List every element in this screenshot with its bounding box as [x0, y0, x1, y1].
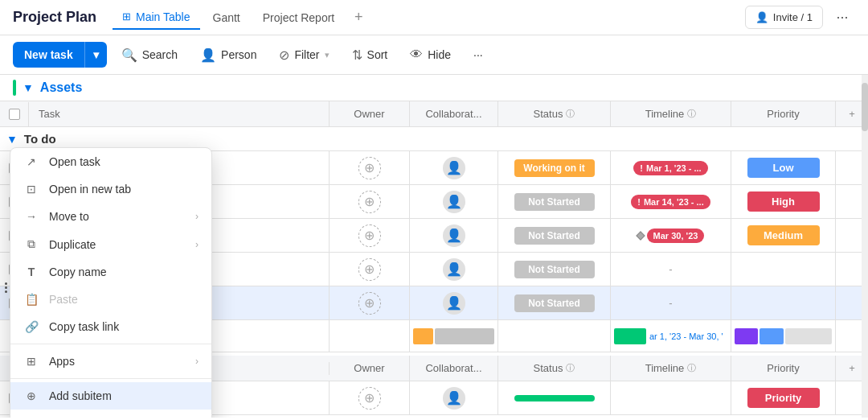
- tab-main-table[interactable]: ⊞ Main Table: [113, 6, 199, 30]
- hide-icon: 👁: [410, 47, 423, 62]
- menu-item-copy-link[interactable]: 🔗 Copy task link: [10, 313, 211, 340]
- move-to-arrow-icon: ›: [195, 211, 199, 222]
- menu-item-open-task[interactable]: ↗ Open task: [10, 148, 211, 175]
- open-tab-icon: ⊡: [23, 183, 39, 196]
- row-owner-b1[interactable]: ⊕: [330, 381, 410, 414]
- menu-item-move-to[interactable]: → Move to ›: [10, 203, 211, 230]
- add-owner-1[interactable]: ⊕: [358, 157, 381, 179]
- person-icon: 👤: [755, 11, 768, 23]
- menu-item-convert-subitem[interactable]: ↺ Convert to subitem ›: [10, 410, 211, 418]
- group-header-assets: ▼ Assets: [0, 75, 868, 101]
- row-priority-2[interactable]: High: [731, 185, 836, 218]
- row-status-b1[interactable]: [498, 381, 611, 414]
- add-owner-3[interactable]: ⊕: [358, 224, 381, 247]
- row-collaborator-3[interactable]: 👤: [410, 219, 498, 252]
- row-timeline-b1[interactable]: [611, 381, 731, 414]
- row-timeline-1[interactable]: ! Mar 1, '23 - ...: [611, 151, 731, 184]
- add-subitem-icon: ⊕: [23, 389, 39, 402]
- menu-label-add-subitem: Add subitem: [49, 389, 199, 402]
- menu-label-copy-link: Copy task link: [49, 320, 199, 333]
- add-owner-2[interactable]: ⊕: [358, 191, 381, 213]
- group-collapse-toggle[interactable]: ▼: [23, 81, 34, 94]
- row-status-2[interactable]: Not Started: [498, 185, 611, 218]
- row-timeline-3[interactable]: Mar 30, '23: [611, 219, 731, 252]
- menu-item-copy-name[interactable]: T Copy name: [10, 258, 211, 286]
- collaborator-avatar-2: 👤: [443, 191, 465, 213]
- diamond-icon: [636, 231, 645, 240]
- row-owner-2[interactable]: ⊕: [330, 185, 410, 218]
- duplicate-icon: ⧉: [23, 237, 39, 251]
- row-owner-5[interactable]: ⊕: [330, 286, 410, 319]
- more-options-button[interactable]: ···: [465, 43, 491, 66]
- add-owner-4[interactable]: ⊕: [358, 258, 381, 281]
- select-all-checkbox[interactable]: [9, 109, 20, 120]
- menu-divider-2: [10, 378, 211, 379]
- collaborator-avatar-b1: 👤: [443, 387, 465, 410]
- header-right: 👤 Invite / 1 ···: [745, 5, 855, 31]
- menu-divider-1: [10, 344, 211, 344]
- row-collaborator-b1[interactable]: 👤: [410, 381, 498, 414]
- scrollbar[interactable]: [862, 75, 868, 418]
- owner-column-header-b: Owner: [330, 356, 410, 381]
- menu-item-apps[interactable]: ⊞ Apps ›: [10, 348, 211, 375]
- collaborator-avatar-4: 👤: [443, 258, 465, 281]
- menu-item-add-subitem[interactable]: ⊕ Add subitem: [10, 382, 211, 410]
- row-priority-4[interactable]: [731, 253, 836, 286]
- status-badge-2: Not Started: [514, 193, 595, 211]
- menu-label-duplicate: Duplicate: [49, 238, 186, 251]
- menu-item-open-new-tab[interactable]: ⊡ Open in new tab: [10, 175, 211, 203]
- row-status-3[interactable]: Not Started: [498, 219, 611, 252]
- add-tab-button[interactable]: +: [347, 6, 370, 29]
- filter-button[interactable]: ⊘ Filter ▾: [271, 43, 337, 68]
- menu-label-open-new-tab: Open in new tab: [49, 183, 199, 196]
- collaborator-column-header: Collaborat...: [410, 101, 498, 126]
- bar-purple: [735, 328, 758, 344]
- timeline-bar-1: [614, 328, 646, 344]
- priority-column-header-b: Priority: [731, 356, 836, 381]
- tab-project-report[interactable]: Project Report: [253, 6, 344, 29]
- menu-item-duplicate[interactable]: ⧉ Duplicate ›: [10, 230, 211, 258]
- row-collaborator-5[interactable]: 👤: [410, 286, 498, 319]
- menu-label-move-to: Move to: [49, 210, 186, 223]
- row-timeline-5[interactable]: -: [611, 286, 731, 319]
- timeline-column-header: Timeline ⓘ: [611, 101, 731, 126]
- collaborator-avatar-1: 👤: [443, 157, 465, 179]
- sort-button[interactable]: ⇅ Sort: [344, 43, 396, 68]
- row-timeline-2[interactable]: ! Mar 14, '23 - ...: [611, 185, 731, 218]
- row-status-5[interactable]: Not Started: [498, 286, 611, 319]
- tab-gantt[interactable]: Gantt: [203, 6, 250, 29]
- row-priority-5[interactable]: [731, 286, 836, 319]
- row-priority-3[interactable]: Medium: [731, 219, 836, 252]
- header-more-button[interactable]: ···: [829, 5, 855, 31]
- priority-badge-1: Low: [747, 158, 820, 178]
- paste-icon: 📋: [23, 293, 39, 306]
- row-timeline-4[interactable]: -: [611, 253, 731, 286]
- row-status-1[interactable]: Working on it: [498, 151, 611, 184]
- add-owner-b1[interactable]: ⊕: [358, 387, 381, 410]
- hide-button[interactable]: 👁 Hide: [402, 43, 459, 67]
- open-task-icon: ↗: [23, 155, 39, 168]
- status-badge-4: Not Started: [514, 261, 595, 278]
- menu-label-copy-name: Copy name: [49, 266, 199, 278]
- status-column-header-b: Status ⓘ: [498, 356, 611, 381]
- row-priority-1[interactable]: Low: [731, 151, 836, 184]
- status-badge-3: Not Started: [514, 227, 595, 245]
- scrollbar-thumb[interactable]: [862, 83, 868, 131]
- add-owner-5[interactable]: ⊕: [358, 292, 381, 315]
- new-task-chevron-icon[interactable]: ▾: [84, 42, 107, 68]
- row-status-4[interactable]: Not Started: [498, 253, 611, 286]
- apps-icon: ⊞: [23, 355, 39, 368]
- invite-button[interactable]: 👤 Invite / 1: [745, 6, 823, 29]
- new-task-button[interactable]: New task ▾: [13, 42, 107, 68]
- subgroup-toggle[interactable]: ▼: [6, 133, 18, 146]
- row-priority-b1[interactable]: Priority: [731, 381, 836, 414]
- row-collaborator-4[interactable]: 👤: [410, 253, 498, 286]
- row-collaborator-2[interactable]: 👤: [410, 185, 498, 218]
- row-owner-1[interactable]: ⊕: [330, 151, 410, 184]
- person-filter-button[interactable]: 👤 Person: [192, 43, 264, 68]
- timeline-badge-2: ! Mar 14, '23 - ...: [631, 195, 710, 209]
- row-owner-3[interactable]: ⊕: [330, 219, 410, 252]
- row-owner-4[interactable]: ⊕: [330, 253, 410, 286]
- search-button[interactable]: 🔍 Search: [113, 43, 186, 68]
- row-collaborator-1[interactable]: 👤: [410, 151, 498, 184]
